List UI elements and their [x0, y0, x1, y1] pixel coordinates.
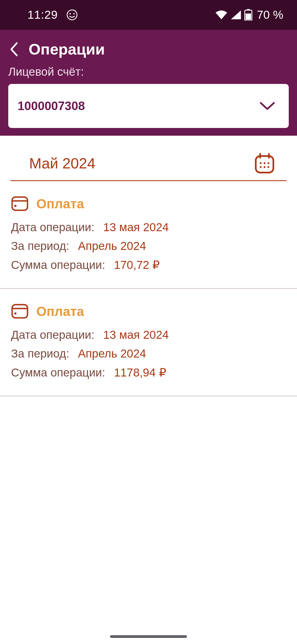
main-content: Май 2024 Оплата Д — [0, 136, 297, 396]
wallet-icon — [11, 195, 29, 212]
wifi-icon — [215, 10, 228, 20]
operation-period-value: Апрель 2024 — [73, 347, 146, 360]
back-icon[interactable] — [8, 42, 19, 57]
operation-amount-value: 1178,94 ₽ — [108, 366, 166, 379]
svg-rect-15 — [12, 197, 28, 210]
status-app-icon — [66, 9, 78, 21]
svg-point-9 — [260, 162, 262, 164]
status-bar-left: 11:29 — [28, 8, 78, 21]
account-dropdown[interactable]: 1000007308 — [8, 84, 289, 128]
month-label: Май 2024 — [29, 155, 95, 172]
svg-point-12 — [260, 166, 262, 168]
month-selector: Май 2024 — [10, 136, 287, 181]
page-title: Операции — [29, 40, 105, 58]
calendar-button[interactable] — [254, 152, 276, 174]
svg-rect-17 — [12, 305, 28, 318]
status-bar-right: 70 % — [215, 8, 283, 21]
svg-point-13 — [264, 166, 265, 168]
operation-date-value: 13 мая 2024 — [98, 221, 169, 234]
svg-rect-5 — [246, 13, 251, 20]
header-title-row: Операции — [8, 35, 289, 63]
operation-period-value: Апрель 2024 — [73, 239, 146, 252]
svg-point-0 — [67, 10, 77, 20]
svg-rect-6 — [256, 156, 273, 173]
app-header: Операции Лицевой счёт: 1000007308 — [0, 30, 297, 136]
svg-point-14 — [268, 166, 269, 168]
svg-point-2 — [73, 13, 75, 15]
operation-item[interactable]: Оплата Дата операции: 13 мая 2024 За пер… — [0, 181, 297, 289]
account-number: 1000007308 — [18, 99, 85, 113]
operation-date-label: Дата операции: — [11, 328, 95, 341]
chevron-down-icon — [260, 101, 275, 111]
operation-period-label: За период: — [11, 347, 69, 360]
svg-point-11 — [268, 162, 269, 164]
operation-amount-label: Сумма операции: — [11, 258, 105, 271]
battery-icon — [244, 9, 252, 21]
cellular-signal-icon — [230, 10, 241, 20]
operation-item[interactable]: Оплата Дата операции: 13 мая 2024 За пер… — [0, 289, 297, 396]
status-time: 11:29 — [28, 8, 58, 21]
operation-date-value: 13 мая 2024 — [98, 328, 169, 341]
svg-point-16 — [14, 205, 16, 207]
operation-amount-value: 170,72 ₽ — [108, 258, 160, 271]
home-indicator[interactable] — [110, 635, 187, 638]
calendar-icon — [254, 152, 276, 174]
account-label: Лицевой счёт: — [8, 63, 289, 84]
operation-type: Оплата — [36, 196, 84, 211]
svg-point-18 — [14, 312, 16, 315]
operation-type: Оплата — [36, 304, 84, 319]
operation-date-label: Дата операции: — [11, 221, 95, 234]
operation-amount-label: Сумма операции: — [11, 366, 105, 379]
svg-point-1 — [70, 13, 71, 15]
status-bar: 11:29 70 % — [0, 0, 297, 30]
wallet-icon — [11, 303, 29, 320]
svg-point-10 — [264, 162, 265, 164]
operation-period-label: За период: — [11, 239, 69, 252]
battery-percentage: 70 % — [257, 8, 283, 21]
